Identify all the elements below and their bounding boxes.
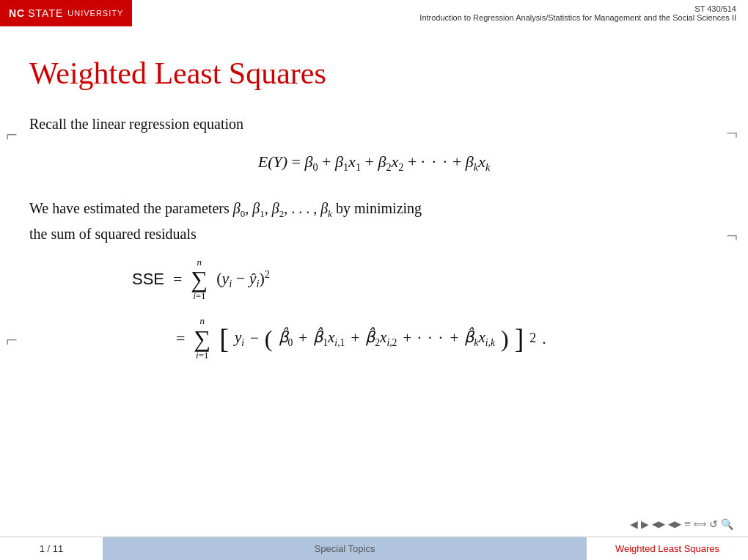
param-beta2: β xyxy=(272,200,279,216)
content-body: Recall the linear regression equation E(… xyxy=(29,113,719,361)
sse-sigma-2: n ∑ i=1 xyxy=(194,316,210,361)
eq1-lhs: E(Y) xyxy=(258,152,287,171)
sse-eq2-power: 2 xyxy=(529,328,536,348)
equation-1: E(Y) = β0 + β1x1 + β2x2 + · · · + βkxk xyxy=(29,150,719,176)
nc-state-logo: NC STATE UNIVERSITY xyxy=(0,0,132,26)
param-beta0: β xyxy=(233,200,241,216)
eq1-plus1: + xyxy=(322,152,335,171)
course-code: ST 430/514 xyxy=(694,4,736,13)
nav-expand[interactable]: ⟺ xyxy=(694,519,706,530)
eq1-cdots: · · · xyxy=(421,152,449,171)
sse-line-1: SSE = n ∑ i=1 (yi − ŷi)2 xyxy=(132,257,719,302)
param-beta1-sub: 1 xyxy=(260,208,265,219)
footer-page: 1 / 11 xyxy=(0,543,103,554)
eq1-xk: x xyxy=(478,152,485,171)
params-text-2: the sum of squared residuals xyxy=(29,226,197,242)
sse-eq2-plus4: + xyxy=(450,327,459,350)
sigma2-symbol: ∑ xyxy=(194,327,210,350)
intro-text: Recall the linear regression equation xyxy=(29,113,719,135)
nav-section-left[interactable]: ◀▶ xyxy=(652,519,665,530)
sse-eq2-plus1: + xyxy=(298,327,307,350)
sse-sigma: n ∑ i=1 xyxy=(191,257,208,302)
sse-equations: SSE = n ∑ i=1 (yi − ŷi)2 = n ∑ i=1 [ y xyxy=(88,257,719,361)
param-dots: . . . , xyxy=(291,200,320,216)
eq1-x2-sub: 2 xyxy=(398,161,403,173)
sse-eq2-yi: yi xyxy=(235,326,244,351)
slide-title: Weighted Least Squares xyxy=(29,56,719,91)
sse-eq2-betakhat: β̂kxi,k xyxy=(464,326,495,351)
sse-label: SSE xyxy=(132,267,164,291)
eq1-beta0-sub: 0 xyxy=(312,161,318,173)
eq1-plus2: + xyxy=(365,152,378,171)
footer: 1 / 11 Special Topics Weighted Least Squ… xyxy=(0,537,748,560)
nav-section-right[interactable]: ◀▶ xyxy=(668,519,681,530)
eq1-plus3: + xyxy=(408,152,421,171)
param-betak-sub: k xyxy=(328,208,332,219)
sse-period: . xyxy=(542,326,546,350)
param-beta1: β xyxy=(252,200,260,216)
eq1-equals: = xyxy=(292,152,305,171)
param-betak: β xyxy=(320,200,328,216)
sse-eq2-plus3: + xyxy=(403,327,411,350)
nav-menu[interactable]: ≡ xyxy=(684,517,691,531)
param-suffix: by minimizing xyxy=(336,200,422,216)
eq1-beta2: β xyxy=(378,152,386,171)
nav-bracket-right-1: ¬ xyxy=(726,123,738,144)
sse-eq2-plus2: + xyxy=(351,327,359,350)
eq1-x1: x xyxy=(348,152,356,171)
eq1-beta1: β xyxy=(335,152,343,171)
header: NC STATE UNIVERSITY ST 430/514 Introduct… xyxy=(0,0,748,26)
sse-line-2: = n ∑ i=1 [ yi − ( β̂0 + β̂1xi,1 + β̂2xi… xyxy=(132,316,719,361)
right-paren: ) xyxy=(501,327,509,350)
param-beta2-sub: 2 xyxy=(279,208,285,219)
footer-section[interactable]: Special Topics xyxy=(103,537,587,560)
sse-eq2-cdots: · · · xyxy=(417,327,444,350)
left-bracket: [ xyxy=(219,325,229,353)
course-title: Introduction to Regression Analysis/Stat… xyxy=(419,13,736,22)
nav-bracket-left-1: ⌐ xyxy=(6,125,18,145)
param-beta0-sub: 0 xyxy=(241,208,246,219)
nav-search[interactable]: 🔍 xyxy=(721,518,733,531)
nav-bracket-right-2: ¬ xyxy=(726,226,738,246)
eq1-x2: x xyxy=(392,152,399,171)
sigma2-bottom: i=1 xyxy=(196,350,208,361)
left-paren: ( xyxy=(265,327,273,350)
nav-left-icon[interactable]: ◀ xyxy=(630,518,638,531)
sigma-symbol: ∑ xyxy=(191,268,208,291)
nav-refresh[interactable]: ↺ xyxy=(709,518,718,531)
intro-label: Recall the linear regression equation xyxy=(29,116,243,132)
sse-expr: (yi − ŷi)2 xyxy=(216,266,270,292)
footer-topic[interactable]: Weighted Least Squares xyxy=(587,543,748,554)
eq1-beta0: β xyxy=(304,152,312,171)
nav-icons: ◀ ▶ ◀▶ ◀▶ ≡ ⟺ ↺ 🔍 xyxy=(630,517,733,531)
params-text: We have estimated the parameters β0, β1,… xyxy=(29,196,719,246)
eq1-plus4: + xyxy=(452,152,466,171)
sse-eq2-minus: − xyxy=(250,327,259,350)
logo-nc: NC xyxy=(9,7,25,19)
header-right: ST 430/514 Introduction to Regression An… xyxy=(132,0,748,26)
sse-eq2-equals: = xyxy=(176,326,185,350)
eq1-beta2-sub: 2 xyxy=(386,161,391,173)
sse-eq2-beta0hat: β̂0 xyxy=(279,326,293,351)
nav-right-icon[interactable]: ▶ xyxy=(641,518,649,531)
main-content: Weighted Least Squares Recall the linear… xyxy=(0,26,748,361)
sse-eq2-beta2hat: β̂2xi,2 xyxy=(365,326,397,351)
logo-state: STATE xyxy=(28,7,63,19)
eq1-xk-sub: k xyxy=(485,161,490,173)
sigma-bottom: i=1 xyxy=(193,291,205,301)
right-bracket: ] xyxy=(515,325,524,353)
eq1-x1-sub: 1 xyxy=(356,161,361,173)
nav-bracket-left-2: ⌐ xyxy=(6,330,18,350)
eq1-betak: β xyxy=(466,152,474,171)
logo-university: UNIVERSITY xyxy=(67,9,123,18)
sse-equals: = xyxy=(173,267,182,291)
sse-eq2-beta1hat: β̂1xi,1 xyxy=(313,326,345,351)
